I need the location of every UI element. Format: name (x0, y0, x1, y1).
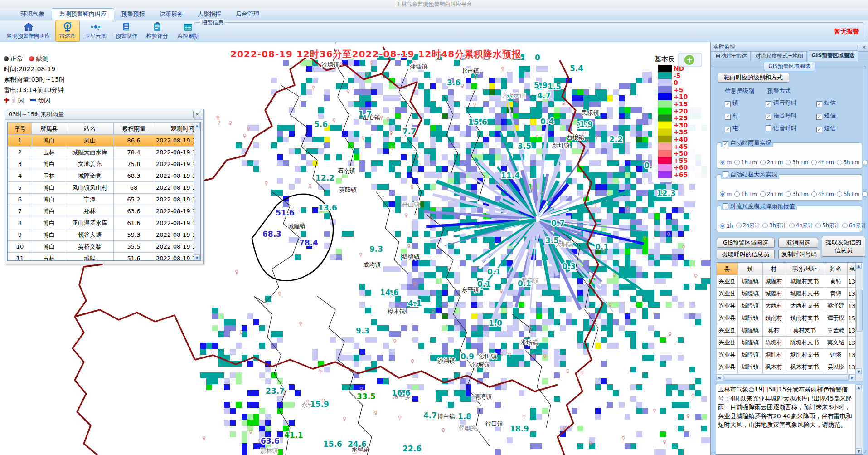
radio-icon[interactable] (815, 223, 821, 228)
scroll-up-icon[interactable]: ▲ (856, 384, 862, 390)
radio-2h+m[interactable]: 2h+m (760, 191, 783, 197)
rain-table-row[interactable]: 11玉林城隍51.62022-08-19 15:00 (8, 253, 194, 261)
radio-2h+m[interactable]: 2h+m (760, 159, 783, 166)
contacts-row[interactable]: 兴业县城隍镇城隍村城隍村支书黄铸1351769751 (717, 275, 856, 288)
scroll-down-icon[interactable]: ▼ (856, 368, 862, 374)
contacts-header[interactable]: 镇 (738, 263, 763, 275)
radio-2h累计[interactable]: 2h累计 (736, 222, 760, 229)
contacts-header[interactable]: 电话号码 (848, 263, 856, 275)
radio-4h累计[interactable]: 4h累计 (789, 222, 813, 229)
scroll-thumb[interactable] (723, 374, 849, 381)
scroll-thumb[interactable] (856, 290, 863, 332)
rain-table-row[interactable]: 3博白文地姜充75.82022-08-19 15:00 (8, 158, 194, 170)
rain-table-row[interactable]: 4玉林城隍金党68.32022-08-19 15:00 (8, 170, 194, 182)
rain-table-header[interactable]: 观测时间 (154, 123, 194, 135)
rain-table-row[interactable]: 6博白宁潭65.22022-08-19 15:00 (8, 194, 194, 205)
scroll-right-icon[interactable]: ▶ (849, 374, 855, 380)
toolbar-button-clipboard[interactable]: 检验评分 (142, 20, 172, 42)
checkbox-icon[interactable]: ✓ (725, 127, 731, 132)
gis-circle-select-button[interactable]: GIS预警区域圈选 (717, 238, 775, 248)
rain-table-row[interactable]: 5博白凤山镇凤山村682022-08-19 15:00 (8, 182, 194, 194)
radio-3h累计[interactable]: 3h累计 (762, 222, 786, 229)
contacts-header[interactable]: 村 (763, 263, 785, 275)
cancel-select-button[interactable]: 取消圈选 (778, 238, 818, 248)
contacts-row[interactable]: 兴业县城隍镇大西村大西村支书梁泽建1301495711 (717, 300, 856, 312)
checkbox-icon[interactable]: ✓ (725, 114, 731, 120)
radio-icon[interactable] (811, 160, 817, 165)
panel-tab-1[interactable]: 自动站+雷达 (712, 51, 751, 61)
voice-call-checkbox[interactable]: ✓语音呼叫 (766, 112, 797, 120)
panel-tab-2[interactable]: 对流尺度模式+地图 (752, 51, 807, 61)
radio-12h+m[interactable]: 12h+m (862, 159, 868, 166)
rain-table-row[interactable]: 8博白亚山温罗水库61.62022-08-19 15:00 (8, 217, 194, 229)
checkbox-icon[interactable]: ✓ (816, 114, 822, 120)
scroll-left-icon[interactable]: ◀ (716, 374, 722, 380)
scroll-down-icon[interactable]: ▼ (856, 448, 862, 454)
radio-5h累计[interactable]: 5h累计 (815, 222, 839, 229)
checkbox-icon[interactable]: ✓ (766, 101, 771, 107)
menu-tab-3[interactable]: 预警预报 (114, 9, 152, 20)
checkbox-icon[interactable]: ✓ (723, 141, 728, 147)
radio-icon[interactable] (734, 160, 740, 165)
radio-1h+m[interactable]: 1h+m (734, 191, 757, 197)
rain-table-header[interactable]: 序号 (8, 123, 32, 135)
rain-table-row[interactable]: 2玉林城隍大西水库78.42022-08-19 15:00 (8, 147, 194, 158)
contacts-row[interactable]: 兴业县城隍镇枫木村枫木村支书吴以悦1373755111 (717, 361, 856, 373)
contacts-row[interactable]: 兴业县城隍镇镇南村镇南村支书谭于模1517759468 (717, 312, 856, 324)
contacts-row[interactable]: 兴业县城隍镇莫村莫村支书覃金乾1345754051 (717, 324, 856, 337)
contacts-header[interactable]: 职务/地址 (785, 263, 824, 275)
rain-table-scrollbar[interactable]: ▲ ▼ (194, 122, 200, 260)
extract-call-button[interactable]: 提取呼叫的信息员 (717, 250, 775, 259)
radio-m[interactable]: m (720, 191, 732, 197)
copy-numbers-button[interactable]: 复制呼叫号码 (778, 250, 820, 259)
radio-icon[interactable] (811, 191, 817, 197)
radio-icon[interactable] (862, 191, 868, 197)
contacts-header[interactable]: 县 (717, 263, 738, 275)
rain-table-row[interactable]: 1博白凤山86.62022-08-19 15:00 (8, 135, 194, 147)
rain-table-row[interactable]: 10博白英桥文黎55.52022-08-19 15:00 (8, 241, 194, 253)
toolbar-button-doc[interactable]: 预警制作 (112, 20, 141, 42)
group-checkbox[interactable]: ✓自动站雨量实况 (723, 139, 771, 146)
toolbar-button-home[interactable]: 监测预警靶向叫应 (3, 20, 54, 42)
menu-tab-1[interactable]: 环境气象 (14, 9, 52, 20)
radio-icon[interactable] (734, 191, 740, 197)
radio-5h+m[interactable]: 5h+m (837, 159, 859, 166)
checkbox-icon[interactable]: ✓ (816, 101, 822, 107)
contacts-header[interactable]: 姓名 (824, 263, 848, 275)
sms-checkbox[interactable]: ✓短信 (816, 112, 836, 120)
radio-icon[interactable] (862, 160, 868, 165)
radio-icon[interactable] (786, 191, 791, 197)
toolbar-button-satellite[interactable]: 卫星云图 (81, 20, 111, 42)
message-vscrollbar[interactable]: ▲▼ (855, 384, 863, 454)
voice-call-checkbox[interactable]: 语音呼叫 (766, 124, 797, 132)
rain-table-header[interactable]: 所属县 (32, 123, 66, 135)
contacts-row[interactable]: 兴业县城隍镇城隍村城隍村支书黄铸1351769751 (717, 288, 856, 300)
radio-1h+m[interactable]: 1h+m (734, 159, 757, 166)
rain-table-row[interactable]: 9博白顿谷大塘59.32022-08-19 15:00 (8, 229, 194, 241)
contacts-vscrollbar[interactable]: ▲▼ (855, 263, 863, 381)
rain-table-titlebar[interactable]: 03时~15时累积雨量 ✕ (5, 109, 203, 120)
menu-tab-2[interactable]: 监测预警靶向叫应 (52, 8, 114, 20)
checkbox-icon[interactable]: ✓ (816, 127, 822, 132)
radio-icon[interactable] (736, 223, 742, 228)
radio-m[interactable]: m (720, 159, 732, 166)
pin-icon[interactable]: ⊥ (856, 44, 861, 50)
rain-table-header[interactable]: 累积雨量 (114, 123, 154, 135)
level-checkbox-村[interactable]: ✓村 (725, 112, 738, 120)
radio-12h+m[interactable]: 12h+m (862, 191, 868, 197)
radio-icon[interactable] (720, 160, 725, 165)
scroll-up-icon[interactable]: ▲ (194, 122, 200, 128)
radio-6h累计[interactable]: 6h累计 (842, 222, 866, 229)
level-mode-button[interactable]: 靶向叫应的级别和方式 (718, 73, 789, 83)
rain-table-row[interactable]: 7博白那林63.62022-08-19 15:00 (8, 205, 194, 217)
toolbar-button-radar[interactable]: 雷达图 (55, 20, 80, 42)
checkbox-icon[interactable] (723, 203, 728, 209)
zoom-in-button[interactable]: + (678, 53, 702, 67)
radio-3h+m[interactable]: 3h+m (786, 159, 808, 166)
checkbox-icon[interactable] (723, 171, 728, 177)
radio-4h+m[interactable]: 4h+m (811, 191, 834, 197)
contacts-row[interactable]: 兴业县城隍镇塘肚村塘肚村支书钟塔1378855341 (717, 349, 856, 361)
level-checkbox-镇[interactable]: ✓镇 (725, 99, 738, 107)
radio-icon[interactable] (760, 191, 766, 197)
menu-tab-6[interactable]: 后台管理 (228, 9, 267, 20)
